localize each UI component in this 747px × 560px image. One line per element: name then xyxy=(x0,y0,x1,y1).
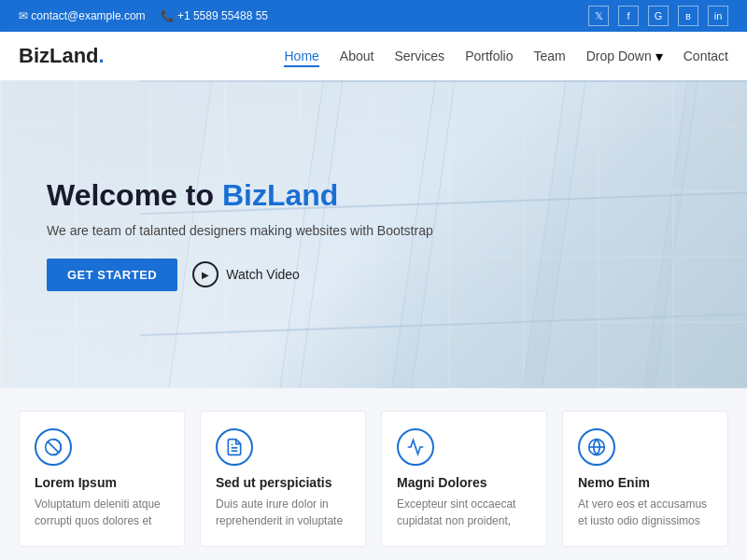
feature-card-4: Nemo Enim At vero eos et accusamus et iu… xyxy=(562,411,728,547)
feature-icon-1 xyxy=(35,428,72,466)
watch-video-button[interactable]: ▶ Watch Video xyxy=(192,261,300,287)
nav-item-contact[interactable]: Contact xyxy=(684,48,728,64)
feature-desc-1: Voluptatum deleniti atque corrupti quos … xyxy=(35,496,169,529)
nav-item-about[interactable]: About xyxy=(340,48,374,64)
nav-item-services[interactable]: Services xyxy=(394,48,444,64)
phone-contact[interactable]: 📞 +1 5589 55488 55 xyxy=(161,9,268,22)
feature-desc-2: Duis aute irure dolor in reprehenderit i… xyxy=(216,496,350,529)
feature-desc-3: Excepteur sint occaecat cupidatat non pr… xyxy=(397,496,531,529)
google-icon[interactable]: G xyxy=(648,6,669,26)
feature-title-3: Magni Dolores xyxy=(397,475,531,490)
play-icon: ▶ xyxy=(192,261,218,287)
feature-title-1: Lorem Ipsum xyxy=(35,475,169,490)
hero-title: Welcome to BizLand xyxy=(47,177,433,213)
features-section: Lorem Ipsum Voluptatum deleniti atque co… xyxy=(0,388,747,560)
top-bar: ✉ contact@example.com 📞 +1 5589 55488 55… xyxy=(0,0,747,32)
hero-section: Welcome to BizLand We are team of talant… xyxy=(0,80,747,388)
feature-title-4: Nemo Enim xyxy=(578,475,712,490)
chevron-down-icon: ▾ xyxy=(655,48,663,65)
feature-card-3: Magni Dolores Excepteur sint occaecat cu… xyxy=(381,411,547,547)
watch-video-label: Watch Video xyxy=(226,267,300,282)
feature-desc-4: At vero eos et accusamus et iusto odio d… xyxy=(578,496,712,529)
feature-card-2: Sed ut perspiciatis Duis aute irure dolo… xyxy=(200,411,366,547)
hero-subtitle: We are team of talanted designers making… xyxy=(47,223,433,238)
logo-dot: . xyxy=(99,44,105,67)
site-logo[interactable]: BizLand. xyxy=(19,44,105,68)
hero-content: Welcome to BizLand We are team of talant… xyxy=(0,177,433,290)
nav-item-portfolio[interactable]: Portfolio xyxy=(465,48,513,64)
feature-icon-2 xyxy=(216,428,253,466)
email-contact[interactable]: ✉ contact@example.com xyxy=(19,9,146,22)
navbar: BizLand. Home About Services Portfolio T… xyxy=(0,32,747,80)
vk-icon[interactable]: в xyxy=(678,6,698,26)
feature-card-1: Lorem Ipsum Voluptatum deleniti atque co… xyxy=(19,411,185,547)
feature-title-2: Sed ut perspiciatis xyxy=(216,475,350,490)
email-icon: ✉ xyxy=(19,9,28,22)
facebook-icon[interactable]: f xyxy=(618,6,639,26)
hero-title-accent: BizLand xyxy=(222,178,338,212)
top-bar-contact: ✉ contact@example.com 📞 +1 5589 55488 55 xyxy=(19,9,268,22)
logo-text: BizLand xyxy=(19,44,99,67)
hero-actions: GET STARTED ▶ Watch Video xyxy=(47,259,433,291)
linkedin-icon[interactable]: in xyxy=(708,6,728,26)
get-started-button[interactable]: GET STARTED xyxy=(47,259,177,291)
nav-item-home[interactable]: Home xyxy=(284,48,318,64)
nav-item-dropdown[interactable]: Drop Down ▾ xyxy=(586,48,663,65)
nav-item-team[interactable]: Team xyxy=(533,48,565,64)
social-links: 𝕏 f G в in xyxy=(588,6,728,26)
nav-menu: Home About Services Portfolio Team Drop … xyxy=(284,48,728,65)
phone-icon: 📞 xyxy=(161,9,175,22)
twitter-icon[interactable]: 𝕏 xyxy=(588,6,609,26)
feature-icon-4 xyxy=(578,428,615,466)
feature-icon-3 xyxy=(397,428,434,466)
